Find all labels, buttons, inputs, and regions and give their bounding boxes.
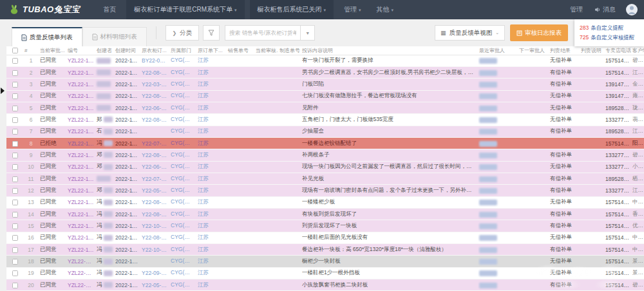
row-checkbox[interactable] (12, 247, 18, 253)
tab-feedback-list[interactable]: 质量反馈单列表 (12, 27, 82, 46)
cell-region[interactable]: 江苏 (196, 196, 227, 208)
cell-feedback-code[interactable]: YZL22-11-... (66, 90, 95, 102)
cell-original-order[interactable]: Y22-03-2963 (140, 79, 169, 90)
row-checkbox[interactable] (12, 82, 18, 88)
cell-feedback-code[interactable]: YZL22-11-... (66, 232, 95, 243)
cell-department[interactable]: CYG(江苏... (169, 102, 196, 113)
cell-original-order[interactable]: Y22-08-2997 (140, 90, 169, 102)
table-row[interactable]: 7已同意YZL22-11-...石2022-11-1...CYG(江苏...江苏… (6, 126, 644, 137)
cell-region[interactable]: 江苏 (196, 102, 227, 113)
cell-region[interactable]: 江苏 (196, 55, 227, 66)
cell-feedback-code[interactable]: YZL22-11-... (66, 185, 95, 196)
cell-feedback-code[interactable]: YZL22-11-... (66, 55, 95, 66)
table-row[interactable]: 19已同意YZL22-12-...冯2022-12-0...Y22-09-200… (6, 267, 644, 279)
cell-feedback-code[interactable]: YZL22-11-... (66, 126, 95, 137)
cell-department[interactable]: CYG(江苏... (169, 126, 196, 137)
column-header[interactable]: 判责结果 (549, 46, 580, 55)
cell-original-order[interactable]: Y22-05-1282 (140, 185, 169, 196)
row-checkbox[interactable] (12, 164, 18, 170)
column-header[interactable]: 专卖店电话 (604, 46, 631, 55)
row-checkbox[interactable] (12, 141, 18, 147)
cell-original-order[interactable]: Y22-08-3047 (140, 208, 169, 220)
nav-item-1[interactable]: 橱衣柜订单请于联思CRM系统下单▾ (126, 0, 244, 19)
cell-feedback-code[interactable]: YZL22-11-... (66, 114, 95, 126)
table-row[interactable]: 5已同意YZL22-11-...2022-11-0...Y22-06-3203C… (6, 102, 644, 113)
cell-original-order[interactable]: Y22-08-1955 (140, 232, 169, 243)
row-checkbox[interactable] (12, 129, 18, 135)
cell-original-order[interactable]: Y22-07-1766 (140, 137, 169, 149)
table-row[interactable]: 3已同意YZL22-11-...2022-11-0...Y22-03-2963C… (6, 79, 644, 90)
cell-region[interactable]: 江苏 (196, 149, 227, 161)
select-all-checkbox[interactable] (12, 48, 18, 53)
cell-department[interactable]: CYG(江苏... (169, 55, 196, 66)
column-header[interactable]: 最近审批人 (478, 46, 518, 55)
search-input[interactable] (225, 25, 301, 41)
notification-item[interactable]: 725条自定义审核提醒 (580, 33, 639, 42)
cell-region[interactable]: 江苏 (196, 232, 227, 243)
row-checkbox[interactable] (12, 176, 18, 182)
cell-original-order[interactable]: Y22-08-2769 (140, 114, 169, 126)
search-dropdown-button[interactable]: ▼ (301, 25, 315, 41)
cell-feedback-code[interactable]: YZL22-11-... (66, 102, 95, 113)
cell-region[interactable]: 江苏 (196, 256, 227, 267)
cell-region[interactable]: 江苏 (196, 244, 227, 256)
cell-department[interactable]: CYG(江苏... (169, 208, 196, 220)
cell-region[interactable]: 江苏 (196, 220, 227, 232)
column-header[interactable]: 制造单号 (278, 46, 301, 55)
cell-feedback-code[interactable]: YZL22-11-... (66, 208, 95, 220)
cell-region[interactable]: 江苏 (196, 137, 227, 149)
column-header[interactable]: 原衣柜订... (140, 46, 169, 55)
cell-original-order[interactable]: Y22-09-2006 (140, 267, 169, 279)
cell-feedback-code[interactable]: YZL22-11-... (66, 196, 95, 208)
category-button[interactable]: ❯ 分类 (166, 25, 200, 41)
table-row[interactable]: 13已同意YZL22-11-...冯2022-11-2...Y22-08-195… (6, 196, 644, 208)
column-header[interactable]: 判责说明 (580, 46, 604, 55)
cell-original-order[interactable]: Y22-06-3203 (140, 102, 169, 113)
row-checkbox[interactable] (12, 270, 18, 276)
cell-region[interactable]: 江苏 (196, 208, 227, 220)
row-checkbox[interactable] (12, 259, 18, 265)
cell-region[interactable]: 江苏 (196, 114, 227, 126)
column-header[interactable]: 销售单号 (227, 46, 254, 55)
cell-region[interactable]: 江苏 (196, 161, 227, 173)
row-checkbox[interactable] (12, 153, 18, 158)
brand-logo[interactable]: TUBAO兔宝宝 (9, 4, 80, 15)
cell-feedback-code[interactable]: YZL22-11-... (66, 161, 95, 173)
cell-department[interactable]: CYG(江苏... (169, 137, 196, 149)
filter-button[interactable] (203, 25, 220, 41)
cell-region[interactable]: 江苏 (196, 90, 227, 102)
cell-original-order[interactable]: Y22-08-995 (140, 149, 169, 161)
cell-original-order[interactable]: Y22-10-1920 (140, 244, 169, 256)
cell-original-order[interactable]: BY22-08-121 (140, 55, 169, 66)
cell-region[interactable]: 江苏 (196, 126, 227, 137)
cell-department[interactable]: CYG(江苏... (169, 161, 196, 173)
table-row[interactable]: 9已同意YZL22-11-...邓2022-11-1...Y22-08-995C… (6, 149, 644, 161)
cell-original-order[interactable]: Y22-08-1955 (140, 196, 169, 208)
view-select[interactable]: ▦ 质量反馈单视图 ⌄ (435, 25, 505, 41)
table-row[interactable]: 15已同意YZL22-11-...冯2022-11-2...Y22-10-264… (6, 220, 644, 232)
cell-feedback-code[interactable]: YZL22-11-... (66, 66, 95, 78)
column-header[interactable]: # (23, 46, 39, 55)
table-row[interactable]: 2已同意YZL22-11-...2022-11-0...Y22-08-2196C… (6, 66, 644, 78)
table-row[interactable]: 17已同意YZL22-11-...冯2022-11-2...Y22-10-192… (6, 244, 644, 256)
cell-original-order[interactable]: Y22-10-264 (140, 220, 169, 232)
cell-region[interactable]: 江苏 (196, 66, 227, 78)
cell-feedback-code[interactable]: YZL22-12-... (66, 279, 95, 291)
tab-material-detail[interactable]: 材料明细列表 (82, 27, 147, 46)
nav-item-0[interactable]: 首页 (95, 0, 124, 19)
cell-department[interactable]: CYG(江苏... (169, 220, 196, 232)
row-checkbox[interactable] (12, 200, 18, 205)
cell-region[interactable]: 江苏 (196, 267, 227, 279)
table-row[interactable]: 16已同意YZL22-11-...冯2022-11-2...Y22-08-195… (6, 232, 644, 243)
table-row[interactable]: 10已同意YZL22-11-...邓2022-11-1...Y22-06-286… (6, 161, 644, 173)
table-row[interactable]: 1已同意YZL22-11-...2022-11-0...BY22-08-121C… (6, 55, 644, 66)
column-header[interactable]: 客户地... (631, 46, 644, 55)
cell-department[interactable]: CYG(江苏... (169, 185, 196, 196)
nav-item-2[interactable]: 橱衣柜售后系统已关闭▾ (250, 0, 334, 19)
row-checkbox[interactable] (12, 58, 18, 64)
table-row[interactable]: 12已同意YZL22-11-...邓2022-11-2...Y22-05-128… (6, 185, 644, 196)
table-row[interactable]: 8已拒绝YZL22-11-...冯2022-11-11...Y22-07-176… (6, 137, 644, 149)
cell-original-order[interactable]: Y22-08-2196 (140, 66, 169, 78)
cell-feedback-code[interactable]: YZL22-12-... (66, 267, 95, 279)
cell-region[interactable]: 江苏 (196, 173, 227, 184)
